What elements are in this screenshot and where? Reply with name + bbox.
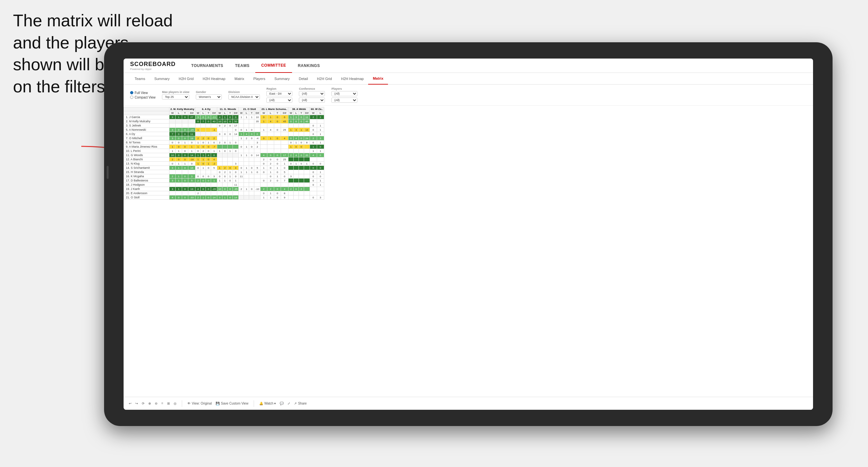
cell: 1 [176,179,182,183]
expand-btn[interactable]: ⤢ [287,402,290,405]
player-name: 3. S Jelinek [124,124,169,128]
cell [299,166,304,170]
cell [232,157,239,162]
cell: 0 [274,128,281,132]
sub-nav-summary[interactable]: Summary [150,73,174,85]
nav-committee[interactable]: COMMITTEE [255,59,292,73]
cell [299,191,304,195]
cell: 0 [182,157,188,162]
cell: 1 [260,195,267,200]
cell [222,183,227,187]
cell [239,183,244,187]
cell [294,183,299,187]
cell: 2 [310,115,317,119]
cell [217,191,222,195]
sub-nav-detail[interactable]: Detail [294,73,313,85]
sub-nav-teams[interactable]: Teams [130,73,150,85]
sub-nav-h2h-grid[interactable]: H2H Grid [174,73,198,85]
cell: 1 [222,115,227,119]
sub-nav-h2h-heatmap[interactable]: H2H Heatmap [198,73,230,85]
cell: 0 [211,141,217,145]
sub-nav-players[interactable]: Players [249,73,270,85]
cell [317,119,324,124]
table-row: 15. H Stranda 0 2 [124,170,324,174]
players-select[interactable]: (All) [331,91,358,96]
sh-w2: W [195,111,201,115]
compact-view-radio[interactable] [130,96,133,99]
grid-btn[interactable]: ⊞ [167,402,170,405]
cell: 1 [244,153,249,157]
cell: 1 [267,136,274,141]
max-players-select[interactable]: Top 25 Top 10 Top 50 [162,94,189,99]
conference-select2[interactable]: (All) [299,98,325,103]
compact-view-option[interactable]: Compact View [130,96,155,99]
full-view-option[interactable]: Full View [130,91,155,95]
nav-rankings[interactable]: RANKINGS [292,59,326,73]
cell: 0 [249,145,254,149]
sub-nav-matrix2[interactable]: Matrix [368,73,388,85]
cell: 11 [239,174,244,179]
gender-select[interactable]: Women's Men's [196,94,222,99]
cell [274,145,281,149]
players-select2[interactable]: (All) [331,98,358,103]
cell: 1 [294,141,299,145]
cell [260,145,267,149]
cell [304,191,310,195]
cell: 1 [169,145,176,149]
save-custom-btn[interactable]: 💾 Save Custom View [216,402,248,405]
cell: 1 [195,141,201,145]
view-original-label: View: Original [192,402,212,405]
comment-btn[interactable]: 💬 [280,402,284,405]
share-btn[interactable]: ↗ Share [294,402,307,405]
cell [169,119,176,124]
sub-nav-matrix[interactable]: Matrix [230,73,249,85]
full-view-radio[interactable] [130,91,133,94]
cell [294,157,299,162]
zoom-out-btn[interactable]: ⊖ [155,402,157,405]
undo-btn[interactable]: ↩ [129,402,131,405]
view-original-btn[interactable]: 👁 View: Original [187,402,212,405]
refresh-btn[interactable]: ⟳ [142,402,145,405]
sub-nav-summary2[interactable]: Summary [270,73,294,85]
cell [294,191,299,195]
nav-tournaments[interactable]: TOURNAMENTS [185,59,229,73]
cell: 0 [176,141,182,145]
cell: 4 [281,136,288,141]
cell: 0 [222,149,227,153]
cell: 0 [299,162,304,166]
cell [244,157,249,162]
cell [317,157,324,162]
cell: 1 [169,149,176,153]
redo-btn[interactable]: ↪ [135,402,138,405]
cell: 1 [274,174,281,179]
cell: 0 [206,187,211,191]
region-label: Region [266,87,292,90]
clock-btn[interactable]: ◎ [174,402,177,405]
sh-l3: L [222,111,227,115]
matrix-scroll-area[interactable]: 2. M. Kelly Mulcahy 6. A Dy 11. G. Woods… [124,106,813,397]
fit-btn[interactable]: = [161,402,163,405]
nav-teams[interactable]: TEAMS [229,59,256,73]
region-select[interactable]: East - DII (All) [266,91,292,96]
zoom-in-btn[interactable]: ⊕ [148,402,151,405]
cell: 0 [317,166,324,170]
division-select[interactable]: NCAA Division II NCAA Division I [228,94,260,99]
cell: 4 [195,187,201,191]
cell: 25 [281,157,288,162]
conference-select[interactable]: (All) [299,91,325,96]
region-select2[interactable]: (All) [266,98,292,103]
cell [182,124,188,128]
cell [249,183,254,187]
sub-nav-h2h-grid2[interactable]: H2H Grid [313,73,337,85]
cell [244,119,249,124]
sub-nav-h2h-heatmap2[interactable]: H2H Heatmap [337,73,369,85]
cell [169,183,176,187]
cell: 2 [169,157,176,162]
table-row: 18. J Hodgson [124,183,324,187]
cell: 1 [222,195,227,200]
cell: 1 [176,149,182,153]
cell [176,124,182,128]
cell [232,136,239,141]
cell: 0 [176,195,182,200]
watch-btn[interactable]: 🔔 Watch ▾ [259,402,276,405]
